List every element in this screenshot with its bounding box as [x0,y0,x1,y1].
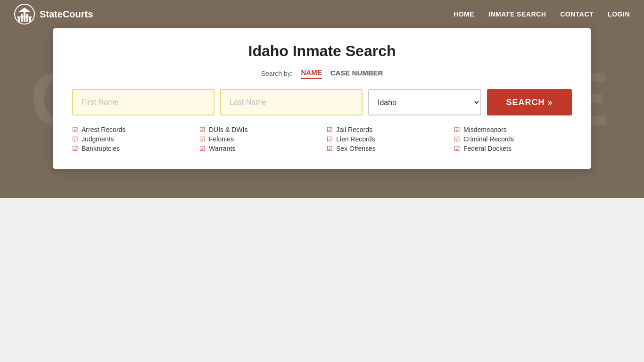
check-label: Lien Records [336,135,375,143]
check-arrest-records: ☑ Arrest Records [72,126,190,133]
state-select[interactable]: Idaho Alabama Alaska Arizona California … [368,89,481,115]
check-icon: ☑ [72,145,78,152]
check-label: Arrest Records [82,126,125,133]
check-jail-records: ☑ Jail Records [327,126,445,133]
check-duis: ☑ DUIs & DWIs [199,126,317,133]
check-lien-records: ☑ Lien Records [327,135,445,143]
check-felonies: ☑ Felonies [199,135,317,143]
check-label: Felonies [209,135,234,143]
check-warrants: ☑ Warrants [199,145,317,152]
check-icon: ☑ [454,145,460,152]
svg-marker-7 [18,8,31,12]
check-icon: ☑ [327,145,333,152]
check-federal-dockets: ☑ Federal Dockets [454,145,572,152]
search-inputs-row: Idaho Alabama Alaska Arizona California … [72,89,572,115]
search-card: Idaho Inmate Search Search by: NAME CASE… [53,28,591,169]
check-bankruptcies: ☑ Bankruptcies [72,145,190,152]
svg-rect-2 [21,14,23,22]
check-label: Judgments [82,135,114,143]
search-by-label: Search by: [261,70,293,77]
check-label: Warrants [209,145,235,152]
nav-login[interactable]: LOGIN [608,10,630,18]
search-tabs-row: Search by: NAME CASE NUMBER [72,68,572,79]
check-icon: ☑ [72,135,78,143]
svg-rect-5 [29,17,31,22]
check-label: Criminal Records [463,135,514,143]
check-icon: ☑ [199,145,206,152]
check-label: Misdemeanors [463,126,507,133]
checkboxes-grid: ☑ Arrest Records ☑ DUIs & DWIs ☑ Jail Re… [72,126,572,152]
svg-rect-4 [26,14,28,22]
search-card-title: Idaho Inmate Search [72,42,572,60]
check-icon: ☑ [454,126,460,133]
check-icon: ☑ [72,126,78,133]
check-label: DUIs & DWIs [209,126,248,133]
check-judgments: ☑ Judgments [72,135,190,143]
search-button[interactable]: SEARCH » [487,89,572,115]
check-label: Jail Records [336,126,372,133]
brand-name: StateCourts [40,9,93,20]
logo-icon [14,4,35,25]
nav-inmate-search[interactable]: INMATE SEARCH [488,10,546,18]
svg-rect-1 [18,17,20,22]
last-name-input[interactable] [220,89,363,115]
check-icon: ☑ [327,126,333,133]
check-label: Sex Offenses [336,145,376,152]
check-misdemeanors: ☑ Misdemeanors [454,126,572,133]
first-name-input[interactable] [72,89,215,115]
check-icon: ☑ [199,135,206,143]
nav-home[interactable]: HOME [454,10,474,18]
check-icon: ☑ [327,135,333,143]
tab-name[interactable]: NAME [301,68,322,79]
navbar: StateCourts HOME INMATE SEARCH CONTACT L… [0,0,644,28]
check-label: Bankruptcies [82,145,120,152]
tab-case-number[interactable]: CASE NUMBER [330,69,383,78]
brand[interactable]: StateCourts [14,4,93,25]
check-label: Federal Dockets [463,145,512,152]
nav-links: HOME INMATE SEARCH CONTACT LOGIN [454,10,630,18]
check-icon: ☑ [454,135,460,143]
hero-section: COURTHOUSE StateCourts HOME INMATE SEARC… [0,0,644,198]
nav-contact[interactable]: CONTACT [560,10,594,18]
check-sex-offenses: ☑ Sex Offenses [327,145,445,152]
check-icon: ☑ [199,126,206,133]
check-criminal-records: ☑ Criminal Records [454,135,572,143]
